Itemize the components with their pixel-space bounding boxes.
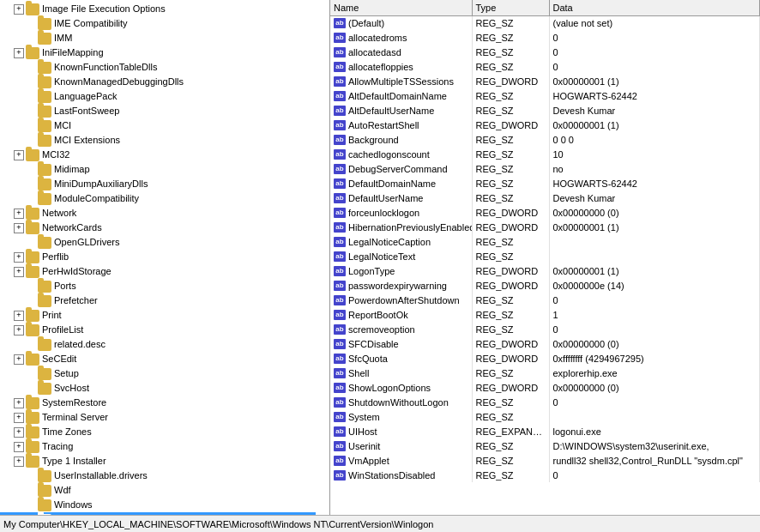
table-row[interactable]: abPowerdownAfterShutdownREG_SZ0 — [330, 293, 760, 307]
table-row[interactable]: abforceunlocklogonREG_DWORD0x00000000 (0… — [330, 205, 760, 220]
folder-icon — [38, 164, 51, 176]
table-row[interactable]: abcachedlogonscountREG_SZ10 — [330, 147, 760, 161]
tree-item-sysrestore[interactable]: +SystemRestore — [0, 396, 316, 410]
tree-item-ports[interactable]: Ports — [0, 279, 316, 293]
tree-item-knownfunc[interactable]: KnownFunctionTableDlls — [0, 60, 316, 75]
tree-item-print[interactable]: +Print — [0, 308, 316, 323]
tree-item-secedit[interactable]: +SeCEdit — [0, 352, 316, 366]
expand-btn-type1[interactable]: + — [14, 456, 24, 467]
expand-btn-profilelist[interactable]: + — [14, 325, 24, 336]
tree-item-windows[interactable]: Windows — [0, 498, 316, 512]
tree-item-perflib[interactable]: +Perflib — [0, 250, 316, 264]
tree-item-timezones[interactable]: +Time Zones — [0, 425, 316, 439]
expand-btn-mci32[interactable]: + — [14, 150, 24, 160]
expand-btn-perhwid[interactable]: + — [14, 267, 24, 277]
registry-tree[interactable]: +Image File Execution OptionsIME Compati… — [0, 0, 330, 515]
table-row[interactable]: abLegalNoticeCaptionREG_SZ — [330, 234, 760, 249]
tree-item-minidump[interactable]: MiniDumpAuxiliaryDlls — [0, 177, 316, 191]
table-row[interactable]: abAltDefaultDomainNameREG_SZHOGWARTS-624… — [330, 88, 760, 103]
table-row[interactable]: aballocatefloppiesREG_SZ0 — [330, 59, 760, 74]
expand-btn-networkcards[interactable]: + — [14, 223, 24, 233]
table-row[interactable]: aballocatedasdREG_SZ0 — [330, 45, 760, 59]
table-row[interactable]: abDefaultUserNameREG_SZDevesh Kumar — [330, 190, 760, 205]
table-row[interactable]: abLogonTypeREG_DWORD0x00000001 (1) — [330, 263, 760, 278]
expand-btn-imgfile[interactable]: + — [14, 4, 24, 15]
tree-item-mci32[interactable]: +MCI32 — [0, 148, 316, 162]
table-row[interactable]: abDefaultDomainNameREG_SZHOGWARTS-62442 — [330, 176, 760, 190]
tree-item-midimap[interactable]: Midimap — [0, 162, 316, 177]
table-row[interactable]: abpasswordexpirywarningREG_DWORD0x000000… — [330, 278, 760, 293]
reg-type-cell: REG_SZ — [472, 45, 549, 59]
reg-data-cell: 0x00000000 (0) — [549, 336, 760, 351]
tree-item-tracing[interactable]: +Tracing — [0, 439, 316, 454]
table-row[interactable]: ab(Default)REG_SZ(value not set) — [330, 15, 760, 30]
tree-item-svchost[interactable]: SvcHost — [0, 381, 316, 396]
table-row[interactable]: abAltDefaultUserNameREG_SZDevesh Kumar — [330, 103, 760, 118]
tree-item-mciext[interactable]: MCI Extensions — [0, 133, 316, 148]
table-row[interactable]: abUIHostREG_EXPAND_SZlogonui.exe — [330, 424, 760, 438]
tree-label: Perflib — [42, 250, 69, 264]
reg-data-cell: 0 0 0 — [549, 132, 760, 147]
tree-label: PerHwIdStorage — [42, 264, 112, 279]
reg-type-cell: REG_DWORD — [472, 351, 549, 366]
tree-item-termserver[interactable]: +Terminal Server — [0, 410, 316, 425]
reg-type-cell: REG_SZ — [472, 249, 549, 263]
tree-item-knownmanaged[interactable]: KnownManagedDebuggingDlls — [0, 75, 316, 89]
table-row[interactable]: aballocatedromsREG_SZ0 — [330, 30, 760, 45]
table-row[interactable]: abSystemREG_SZ — [330, 409, 760, 424]
tree-item-setup[interactable]: Setup — [0, 366, 316, 381]
table-row[interactable]: abWinStationsDisabledREG_SZ0 — [330, 468, 760, 482]
table-row[interactable]: abReportBootOkREG_SZ1 — [330, 307, 760, 322]
tree-item-imgfile[interactable]: +Image File Execution Options — [0, 2, 316, 16]
table-row[interactable]: abAllowMultipleTSSessionsREG_DWORD0x0000… — [330, 74, 760, 88]
tree-item-imm[interactable]: IMM — [0, 31, 316, 45]
expand-btn-sysrestore[interactable]: + — [14, 398, 24, 408]
expand-btn-network[interactable]: + — [14, 209, 24, 219]
table-row[interactable]: abDebugServerCommandREG_SZno — [330, 161, 760, 176]
table-row[interactable]: abLegalNoticeTextREG_SZ — [330, 249, 760, 263]
table-row[interactable]: abAutoRestartShellREG_DWORD0x00000001 (1… — [330, 118, 760, 132]
table-row[interactable]: abSfcQuotaREG_DWORD0xffffffff (429496729… — [330, 351, 760, 366]
table-row[interactable]: abShellREG_SZexplorerhip.exe — [330, 366, 760, 380]
expand-btn-inifilemapping[interactable]: + — [14, 48, 24, 58]
tree-item-inifilemapping[interactable]: +IniFileMapping — [0, 45, 316, 60]
tree-item-modulecompat[interactable]: ModuleCompatibility — [0, 191, 316, 206]
tree-item-wdf[interactable]: Wdf — [0, 483, 316, 498]
table-row[interactable]: abUserinitREG_SZD:\WINDOWS\system32\user… — [330, 438, 760, 453]
table-row[interactable]: abVmAppletREG_SZrundll32 shell32,Control… — [330, 453, 760, 468]
folder-icon — [38, 62, 51, 74]
table-row[interactable]: abSFCDisableREG_DWORD0x00000000 (0) — [330, 336, 760, 351]
table-row[interactable]: abBackgroundREG_SZ0 0 0 — [330, 132, 760, 147]
expand-btn-tracing[interactable]: + — [14, 442, 24, 452]
expand-btn-perflib[interactable]: + — [14, 252, 24, 263]
tree-item-prefetcher[interactable]: Prefetcher — [0, 293, 316, 308]
table-row[interactable]: abHibernationPreviouslyEnabledREG_DWORD0… — [330, 220, 760, 234]
tree-item-type1[interactable]: +Type 1 Installer — [0, 454, 316, 469]
folder-icon — [26, 222, 39, 234]
expand-btn-termserver[interactable]: + — [14, 413, 24, 423]
reg-type-icon: ab — [334, 339, 346, 349]
tree-item-network[interactable]: +Network — [0, 206, 316, 221]
table-row[interactable]: abShowLogonOptionsREG_DWORD0x00000000 (0… — [330, 380, 760, 395]
reg-type-icon: ab — [334, 237, 346, 247]
expand-btn-print[interactable]: + — [14, 311, 24, 321]
table-row[interactable]: abscremoveoptionREG_SZ0 — [330, 322, 760, 336]
tree-item-related[interactable]: related.desc — [0, 337, 316, 352]
reg-data-cell — [549, 249, 760, 263]
tree-item-networkcards[interactable]: +NetworkCards — [0, 221, 316, 235]
registry-table[interactable]: Name Type Data ab(Default)REG_SZ(value n… — [330, 0, 760, 515]
expand-btn-timezones[interactable]: + — [14, 427, 24, 438]
tree-item-perhwid[interactable]: +PerHwIdStorage — [0, 264, 316, 279]
tree-item-mci[interactable]: MCI — [0, 118, 316, 133]
tree-item-lastfont[interactable]: LastFontSweep — [0, 104, 316, 118]
tree-item-userinstall[interactable]: UserInstallable.drivers — [0, 469, 316, 483]
folder-icon — [38, 339, 51, 351]
tree-label: Ports — [54, 279, 76, 293]
tree-item-winlogon[interactable]: Winlogon — [0, 512, 316, 515]
tree-item-profilelist[interactable]: +ProfileList — [0, 323, 316, 337]
tree-item-opengl[interactable]: OpenGLDrivers — [0, 235, 316, 250]
expand-btn-secedit[interactable]: + — [14, 354, 24, 365]
tree-item-imecompat[interactable]: IME Compatibility — [0, 16, 316, 31]
table-row[interactable]: abShutdownWithoutLogonREG_SZ0 — [330, 395, 760, 409]
tree-item-langpack[interactable]: LanguagePack — [0, 89, 316, 104]
